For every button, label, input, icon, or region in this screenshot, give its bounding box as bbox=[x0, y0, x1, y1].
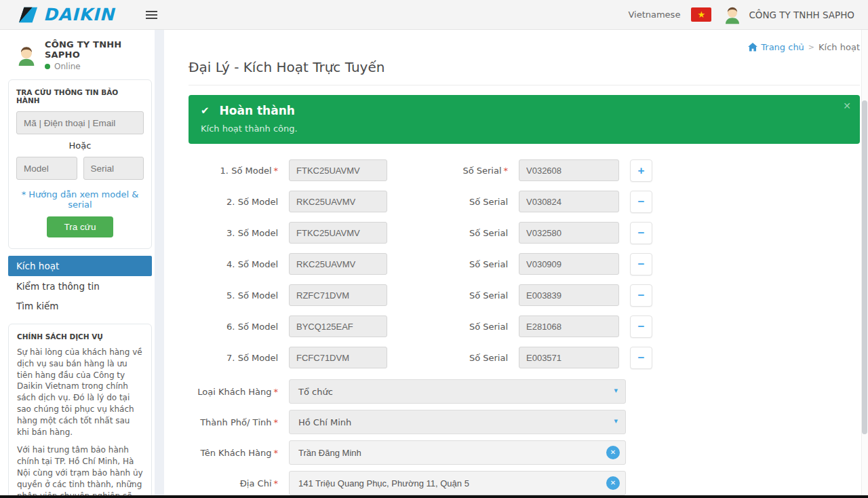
minus-icon: − bbox=[638, 352, 645, 364]
serial-label: Số Serial bbox=[455, 259, 508, 269]
language-label[interactable]: Vietnamese bbox=[628, 9, 680, 20]
breadcrumb-home-link[interactable]: Trang chủ bbox=[748, 42, 804, 52]
daikin-logo-icon bbox=[19, 6, 38, 24]
alert-close-icon[interactable]: ✕ bbox=[843, 100, 851, 111]
sidebar-user-card: CÔNG TY TNHH SAPHO Online bbox=[8, 35, 155, 78]
model-input[interactable] bbox=[289, 315, 387, 337]
model-label: 4. Số Model bbox=[189, 259, 278, 269]
field-row: Loại Khách Hàng* Tổ chức ▾ bbox=[189, 379, 652, 404]
serial-search-input[interactable] bbox=[83, 157, 144, 180]
user-avatar bbox=[722, 5, 743, 25]
required-asterisk: * bbox=[274, 478, 279, 489]
device-row: 4. Số Model Số Serial − bbox=[189, 248, 652, 280]
model-input[interactable] bbox=[289, 347, 387, 368]
vietnam-flag-icon[interactable]: ★ bbox=[691, 7, 711, 22]
daikin-logo[interactable]: DAIKIN bbox=[19, 5, 115, 24]
sidebar-item-tim-kiem[interactable]: Tìm kiếm bbox=[8, 296, 152, 315]
policy-paragraph: Sự hài lòng của khách hàng về dịch vụ sa… bbox=[17, 347, 143, 438]
serial-label: Số Serial bbox=[455, 228, 508, 238]
bottom-edge-bar bbox=[0, 495, 868, 498]
address-input[interactable] bbox=[289, 471, 626, 495]
sidebar: CÔNG TY TNHH SAPHO Online TRA CỨU THÔNG … bbox=[0, 30, 155, 498]
user-avatar bbox=[15, 44, 38, 67]
model-input[interactable] bbox=[289, 253, 387, 275]
scrollbar-thumb[interactable] bbox=[862, 100, 867, 434]
alert-message: Kích hoạt thành công. bbox=[201, 123, 848, 134]
home-icon bbox=[748, 43, 757, 52]
page-scrollbar[interactable] bbox=[861, 30, 868, 495]
policy-title: CHÍNH SÁCH DỊCH VỤ bbox=[17, 332, 143, 341]
serial-input[interactable] bbox=[519, 315, 619, 337]
customer-type-select[interactable]: Tổ chức bbox=[289, 379, 626, 404]
model-search-input[interactable] bbox=[16, 157, 77, 180]
code-phone-email-input[interactable] bbox=[16, 111, 144, 134]
breadcrumb: Trang chủ > Kích hoạt bbox=[189, 42, 860, 52]
remove-row-button[interactable]: − bbox=[630, 315, 652, 338]
remove-row-button[interactable]: − bbox=[630, 253, 652, 275]
breadcrumb-current: Kích hoạt bbox=[818, 42, 860, 52]
field-row: Thành Phố/ Tỉnh* Hồ Chí Minh ▾ bbox=[189, 410, 652, 434]
serial-label: Số Serial bbox=[455, 197, 508, 207]
minus-icon: − bbox=[638, 227, 645, 239]
required-asterisk: * bbox=[274, 166, 279, 176]
device-row: 2. Số Model Số Serial − bbox=[189, 186, 652, 217]
model-label: 5. Số Model bbox=[189, 290, 278, 301]
activation-form: 1. Số Model* Số Serial* + 2. Số Model bbox=[189, 155, 652, 498]
sidebar-item-kiem-tra-thong-tin[interactable]: Kiểm tra thông tin bbox=[8, 277, 152, 296]
lookup-button[interactable]: Tra cứu bbox=[47, 216, 114, 237]
serial-input[interactable] bbox=[519, 191, 619, 212]
serial-label: Số Serial bbox=[455, 322, 508, 332]
city-select[interactable]: Hồ Chí Minh bbox=[289, 410, 626, 434]
clear-input-icon[interactable]: ✕ bbox=[606, 446, 620, 459]
serial-input[interactable] bbox=[519, 347, 619, 368]
add-row-button[interactable]: + bbox=[630, 159, 652, 182]
remove-row-button[interactable]: − bbox=[630, 222, 652, 244]
device-row: 6. Số Model Số Serial − bbox=[189, 311, 652, 342]
field-row: Tên Khách Hàng* ✕ bbox=[189, 440, 652, 465]
serial-input[interactable] bbox=[519, 159, 619, 181]
remove-row-button[interactable]: − bbox=[630, 191, 652, 213]
alert-title: Hoàn thành bbox=[220, 104, 295, 117]
chevron-down-icon: ▾ bbox=[614, 379, 618, 402]
serial-input[interactable] bbox=[519, 284, 619, 306]
header-user-menu[interactable]: CÔNG TY TNHH SAPHO bbox=[722, 5, 854, 25]
remove-row-button[interactable]: − bbox=[630, 284, 652, 307]
serial-input[interactable] bbox=[519, 222, 619, 244]
model-serial-guide-link[interactable]: * Hướng dẫn xem model & serial bbox=[16, 189, 144, 210]
minus-icon: − bbox=[638, 290, 645, 301]
sidebar-item-kich-hoat[interactable]: Kích hoạt bbox=[8, 256, 152, 276]
model-input[interactable] bbox=[289, 284, 387, 306]
minus-icon: − bbox=[638, 321, 645, 332]
address-label: Địa Chỉ* bbox=[189, 478, 278, 489]
model-input[interactable] bbox=[289, 159, 387, 181]
remove-row-button[interactable]: − bbox=[630, 347, 652, 369]
plus-icon: + bbox=[638, 165, 645, 176]
model-label: 1. Số Model* bbox=[189, 166, 278, 176]
required-asterisk: * bbox=[274, 387, 279, 397]
serial-label: Số Serial* bbox=[455, 166, 508, 176]
search-card-title: TRA CỨU THÔNG TIN BẢO HÀNH bbox=[16, 88, 144, 104]
customer-name-input[interactable] bbox=[289, 440, 626, 465]
device-row: 7. Số Model Số Serial − bbox=[189, 342, 652, 373]
hamburger-menu-icon[interactable] bbox=[143, 5, 160, 25]
top-bar: DAIKIN Vietnamese ★ CÔNG TY TNHH SAPHO bbox=[0, 0, 868, 30]
serial-label: Số Serial bbox=[455, 353, 508, 363]
model-input[interactable] bbox=[289, 222, 387, 244]
model-label: 2. Số Model bbox=[189, 197, 278, 207]
required-asterisk: * bbox=[504, 166, 509, 176]
flag-star-icon: ★ bbox=[698, 10, 706, 19]
or-label: Hoặc bbox=[16, 140, 144, 151]
service-policy-card: CHÍNH SÁCH DỊCH VỤ Sự hài lòng của khách… bbox=[8, 324, 152, 498]
model-label: 7. Số Model bbox=[189, 353, 278, 363]
customer-type-label: Loại Khách Hàng* bbox=[189, 387, 278, 397]
header-company-name: CÔNG TY TNHH SAPHO bbox=[749, 9, 854, 20]
model-input[interactable] bbox=[289, 191, 387, 212]
serial-label: Số Serial bbox=[455, 290, 508, 301]
success-alert: ✔ Hoàn thành Kích hoạt thành công. ✕ bbox=[189, 95, 860, 144]
online-status-label: Online bbox=[54, 62, 81, 71]
required-asterisk: * bbox=[274, 448, 279, 458]
brand-text: DAIKIN bbox=[43, 5, 115, 24]
clear-input-icon[interactable]: ✕ bbox=[606, 476, 620, 490]
required-asterisk: * bbox=[274, 417, 279, 427]
serial-input[interactable] bbox=[519, 253, 619, 275]
